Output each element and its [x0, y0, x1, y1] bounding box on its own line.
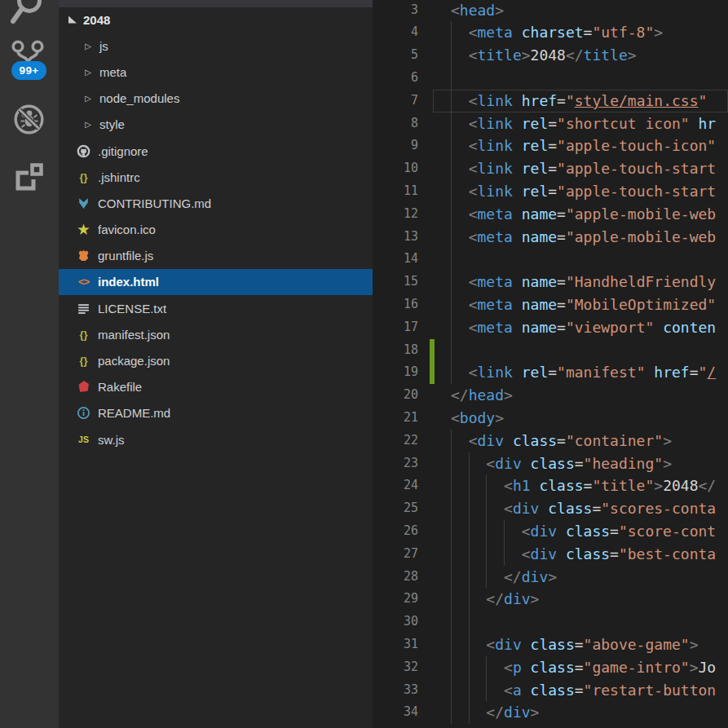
code-line-7[interactable]: 7 <link href="style/main.css" — [373, 90, 728, 113]
line-number: 26 — [373, 520, 418, 543]
code-text: </div> — [451, 566, 557, 589]
extensions-icon[interactable] — [13, 161, 46, 194]
code-line-3[interactable]: 3<head> — [373, 0, 728, 21]
sidebar-item-sw-js[interactable]: JSsw.js — [59, 426, 373, 452]
code-line-4[interactable]: 4 <meta charset="utf-8"> — [373, 21, 728, 44]
line-number: 10 — [373, 157, 418, 180]
line-number: 3 — [373, 0, 418, 21]
line-number: 23 — [373, 452, 418, 475]
sidebar-item-manifest-json[interactable]: {}manifest.json — [59, 321, 373, 347]
source-control-badge: 99+ — [11, 61, 46, 80]
code-line-14[interactable]: 14 — [373, 248, 728, 271]
sidebar-item-js[interactable]: ▷js — [59, 33, 373, 59]
code-text: <a class="restart-button — [451, 679, 716, 702]
indent-guide — [451, 339, 452, 362]
text-file-icon — [77, 302, 90, 315]
code-line-34[interactable]: 34 </div> — [373, 701, 728, 724]
line-number: 24 — [373, 474, 418, 497]
code-line-8[interactable]: 8 <link rel="shortcut icon" hr — [373, 113, 728, 135]
sidebar-item-favicon-ico[interactable]: ★favicon.ico — [59, 217, 373, 243]
code-line-10[interactable]: 10 <link rel="apple-touch-start — [373, 157, 728, 180]
code-line-22[interactable]: 22 <div class="container"> — [373, 430, 728, 452]
line-number: 20 — [373, 384, 418, 407]
line-number: 9 — [373, 135, 418, 157]
file-label: gruntfile.js — [98, 249, 153, 263]
code-line-18[interactable]: 18 — [373, 339, 728, 362]
code-text: <div class="above-game"> — [451, 633, 698, 656]
sidebar-item-node-modules[interactable]: ▷node_modules — [59, 86, 373, 112]
sidebar-item-license-txt[interactable]: LICENSE.txt — [59, 295, 373, 321]
sidebar-item-package-json[interactable]: {}package.json — [59, 347, 373, 373]
code-line-13[interactable]: 13 <meta name="apple-mobile-web — [373, 226, 728, 249]
file-label: index.html — [98, 275, 159, 289]
code-line-24[interactable]: 24 <h1 class="title">2048</ — [373, 474, 728, 497]
js-file-icon: JS — [77, 433, 90, 447]
sidebar-item--gitignore[interactable]: .gitignore — [59, 138, 373, 164]
code-text: <head> — [451, 0, 504, 21]
file-label: package.json — [98, 354, 170, 368]
code-line-16[interactable]: 16 <meta name="MobileOptimized" — [373, 293, 728, 316]
code-line-15[interactable]: 15 <meta name="HandheldFriendly — [373, 271, 728, 293]
code-line-33[interactable]: 33 <a class="restart-button — [373, 679, 728, 702]
code-line-20[interactable]: 20</head> — [373, 384, 728, 407]
code-text: <link rel="shortcut icon" hr — [451, 113, 716, 135]
sidebar-item--jshintrc[interactable]: {}.jshintrc — [59, 164, 373, 190]
sidebar-item-contributing-md[interactable]: CONTRIBUTING.md — [59, 190, 373, 216]
file-label: LICENSE.txt — [98, 302, 166, 315]
code-text: <link rel="manifest" href="/ — [451, 361, 716, 384]
grunt-file-icon — [77, 249, 90, 263]
line-number: 11 — [373, 180, 418, 203]
code-text: <h1 class="title">2048</ — [451, 474, 716, 497]
code-line-28[interactable]: 28 </div> — [373, 566, 728, 589]
code-line-17[interactable]: 17 <meta name="viewport" conten — [373, 316, 728, 339]
line-number: 34 — [373, 701, 418, 724]
file-label: README.md — [98, 406, 170, 420]
code-line-12[interactable]: 12 <meta name="apple-mobile-web — [373, 203, 728, 226]
root-folder-label: 2048 — [83, 13, 110, 27]
debug-icon[interactable] — [12, 103, 46, 136]
code-line-6[interactable]: 6 — [373, 67, 728, 90]
code-line-30[interactable]: 30 — [373, 611, 728, 633]
sidebar-item-gruntfile-js[interactable]: gruntfile.js — [59, 243, 373, 269]
code-line-26[interactable]: 26 <div class="score-cont — [373, 520, 728, 543]
code-editor[interactable]: 3<head>4 <meta charset="utf-8">5 <title>… — [373, 0, 728, 728]
chevron-collapsed-icon: ▷ — [83, 68, 93, 77]
code-line-32[interactable]: 32 <p class="game-intro">Jo — [373, 656, 728, 679]
code-text: <link rel="apple-touch-icon" — [451, 135, 716, 157]
sidebar-item-style[interactable]: ▷style — [59, 112, 373, 138]
search-icon[interactable] — [6, 0, 45, 36]
line-number: 14 — [373, 248, 418, 271]
code-text: <meta name="HandheldFriendly — [451, 271, 716, 293]
code-line-5[interactable]: 5 <title>2048</title> — [373, 44, 728, 67]
sidebar-item-meta[interactable]: ▷meta — [59, 59, 373, 85]
sidebar-item-index-html[interactable]: <>index.html — [59, 269, 373, 295]
code-line-31[interactable]: 31 <div class="above-game"> — [373, 633, 728, 656]
code-line-19[interactable]: 19 <link rel="manifest" href="/ — [373, 361, 728, 384]
sidebar-item-rakefile[interactable]: Rakefile — [59, 374, 373, 400]
code-lines: 3<head>4 <meta charset="utf-8">5 <title>… — [373, 0, 728, 724]
code-line-23[interactable]: 23 <div class="heading"> — [373, 452, 728, 475]
braces-file-icon: {} — [77, 170, 90, 184]
sidebar-item-root-2048[interactable]: 2048 — [59, 7, 373, 33]
sidebar-item-readme-md[interactable]: README.md — [59, 400, 373, 426]
code-line-9[interactable]: 9 <link rel="apple-touch-icon" — [373, 135, 728, 157]
line-number: 16 — [373, 293, 418, 316]
line-number: 19 — [373, 361, 418, 384]
code-line-21[interactable]: 21<body> — [373, 407, 728, 430]
code-line-29[interactable]: 29 </div> — [373, 588, 728, 611]
code-text: <div class="container"> — [451, 430, 672, 452]
code-text: <p class="game-intro">Jo — [451, 656, 716, 679]
code-text: <meta name="MobileOptimized" — [451, 293, 716, 316]
code-line-27[interactable]: 27 <div class="best-conta — [373, 543, 728, 566]
code-text: <body> — [451, 407, 504, 430]
indent-guide — [451, 611, 452, 633]
line-number: 17 — [373, 316, 418, 339]
code-line-25[interactable]: 25 <div class="scores-conta — [373, 497, 728, 520]
file-label: Rakefile — [98, 380, 142, 394]
info-file-icon — [77, 406, 90, 420]
code-line-11[interactable]: 11 <link rel="apple-touch-start — [373, 180, 728, 203]
code-text: <link rel="apple-touch-start — [451, 180, 716, 203]
code-text: <div class="heading"> — [451, 452, 672, 475]
braces-file-icon: {} — [77, 328, 90, 342]
line-number: 33 — [373, 679, 418, 702]
